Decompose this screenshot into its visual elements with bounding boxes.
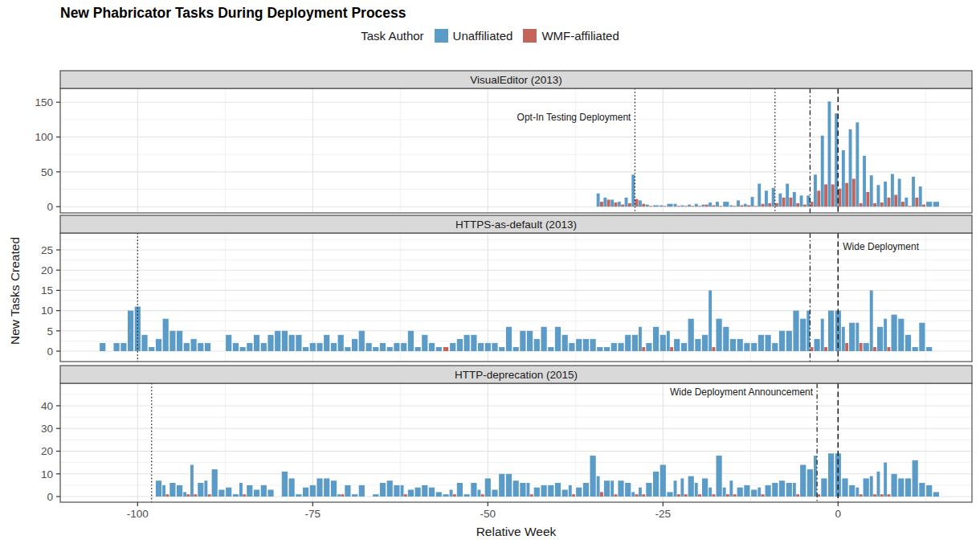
x-axis: -100-75-50-250 (127, 502, 841, 520)
y-tick-label: 40 (41, 400, 53, 412)
event-annotation: Wide Deployment (843, 241, 919, 252)
y-tick-label: 10 (41, 468, 53, 480)
y-tick-label: 15 (41, 284, 53, 296)
chart-canvas: Opt-In Testing DeploymentVisualEditor (2… (0, 0, 980, 552)
facet-strip-label: HTTP-deprecation (2015) (455, 369, 578, 381)
y-tick-label: 100 (35, 131, 53, 143)
x-tick-label: -100 (127, 508, 149, 520)
facet-0: Opt-In Testing DeploymentVisualEditor (2… (35, 71, 972, 213)
facet-2: Wide Deployment AnnouncementHTTP-depreca… (41, 366, 972, 503)
x-tick-label: -75 (305, 508, 321, 520)
event-annotation: Opt-In Testing Deployment (517, 112, 632, 123)
y-tick-label: 25 (41, 244, 53, 256)
x-tick-label: -25 (655, 508, 672, 520)
x-axis-title: Relative Week (60, 525, 972, 539)
facet-strip-label: HTTPS-as-default (2013) (455, 219, 577, 231)
y-tick-label: 30 (41, 423, 53, 435)
x-tick-label: -50 (480, 508, 496, 520)
y-tick-label: 20 (41, 445, 53, 457)
facet-strip-label: VisualEditor (2013) (470, 74, 562, 86)
x-tick-label: 0 (835, 508, 842, 520)
y-tick-label: 0 (47, 201, 53, 213)
y-tick-label: 0 (47, 491, 53, 503)
y-tick-label: 50 (41, 166, 53, 178)
facet-1: Wide DeploymentHTTPS-as-default (2013)05… (41, 215, 972, 362)
y-tick-label: 150 (35, 96, 53, 108)
y-tick-label: 0 (47, 346, 53, 358)
y-tick-label: 10 (41, 305, 53, 317)
figure: New Phabricator Tasks During Deployment … (0, 0, 980, 552)
y-tick-label: 5 (47, 325, 53, 337)
event-annotation: Wide Deployment Announcement (670, 386, 814, 398)
y-tick-label: 20 (41, 264, 53, 276)
